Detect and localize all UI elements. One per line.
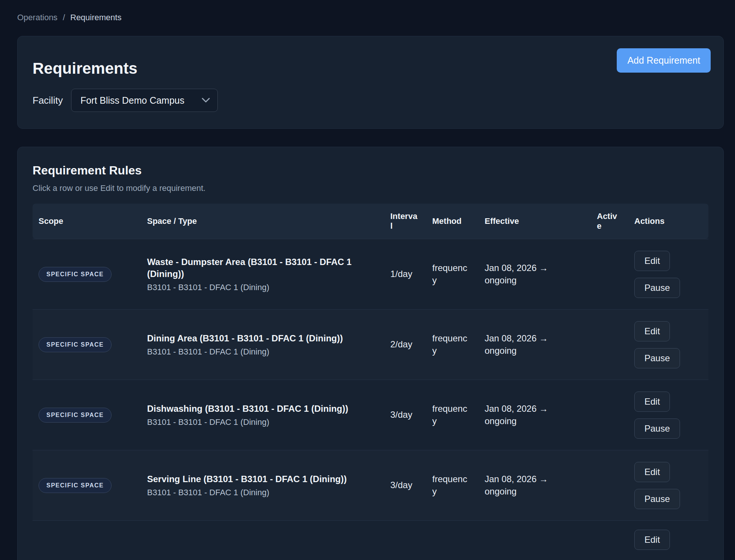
space-subtitle: B3101 - B3101 - DFAC 1 (Dining) xyxy=(147,417,377,427)
space-title: Serving Line (B3101 - B3101 - DFAC 1 (Di… xyxy=(147,473,377,485)
facility-row: Facility Fort Bliss Demo Campus xyxy=(33,89,708,112)
scope-cell: SPECIFIC SPACE xyxy=(33,337,141,352)
actions-cell: Edit Pause xyxy=(628,392,708,439)
scope-cell: SPECIFIC SPACE xyxy=(33,478,141,493)
header-actions: Actions xyxy=(628,216,708,226)
scope-badge: SPECIFIC SPACE xyxy=(39,478,112,493)
header-method: Method xyxy=(426,216,479,226)
space-type-cell: Dishwashing (B3101 - B3101 - DFAC 1 (Din… xyxy=(141,403,384,427)
actions-cell: Edit Pause xyxy=(628,462,708,509)
breadcrumb-operations[interactable]: Operations xyxy=(17,13,58,22)
table-row[interactable]: SPECIFIC SPACE Dining Area (B3101 - B310… xyxy=(33,309,708,380)
method-cell: frequency xyxy=(426,473,479,497)
effective-cell: Jan 08, 2026 → ongoing xyxy=(479,332,591,357)
effective-to: ongoing xyxy=(485,486,583,497)
edit-button[interactable]: Edit xyxy=(634,251,670,271)
interval-cell: 3/day xyxy=(384,409,426,421)
method-cell: frequency xyxy=(426,332,479,357)
method-cell: frequency xyxy=(426,403,479,427)
edit-button[interactable]: Edit xyxy=(634,392,670,412)
scope-cell: SPECIFIC SPACE xyxy=(33,267,141,282)
space-type-cell: Waste - Dumpster Area (B3101 - B3101 - D… xyxy=(141,256,384,292)
effective-from: Jan 08, 2026 → xyxy=(485,473,583,485)
space-type-cell: Serving Line (B3101 - B3101 - DFAC 1 (Di… xyxy=(141,473,384,497)
effective-from: Jan 08, 2026 → xyxy=(485,262,583,274)
effective-to: ongoing xyxy=(485,415,583,427)
edit-button[interactable]: Edit xyxy=(634,321,670,341)
breadcrumb-separator: / xyxy=(63,13,65,22)
space-subtitle: B3101 - B3101 - DFAC 1 (Dining) xyxy=(147,347,377,357)
rules-subtitle: Click a row or use Edit to modify a requ… xyxy=(33,183,708,193)
header-scope: Scope xyxy=(33,216,141,226)
effective-to: ongoing xyxy=(485,274,583,286)
chevron-down-icon xyxy=(202,98,210,103)
scope-badge: SPECIFIC SPACE xyxy=(39,267,112,282)
facility-label: Facility xyxy=(33,95,63,106)
header-active: Active xyxy=(591,211,628,231)
page-title: Requirements xyxy=(33,60,708,77)
interval-cell: 3/day xyxy=(384,479,426,491)
space-title: Dining Area (B3101 - B3101 - DFAC 1 (Din… xyxy=(147,332,377,344)
table-row[interactable]: SPECIFIC SPACE Serving Line (B3101 - B31… xyxy=(33,450,708,520)
requirements-header-card: Add Requirement Requirements Facility Fo… xyxy=(17,36,724,129)
effective-from: Jan 08, 2026 → xyxy=(485,332,583,344)
requirement-rules-card: Requirement Rules Click a row or use Edi… xyxy=(17,147,724,560)
effective-from: Jan 08, 2026 → xyxy=(485,403,583,415)
table-header-row: Scope Space / Type Interval Method Effec… xyxy=(33,204,708,239)
method-cell: frequency xyxy=(426,262,479,286)
header-effective: Effective xyxy=(479,216,591,226)
page: Operations / Requirements Add Requiremen… xyxy=(0,0,735,560)
table-row[interactable]: SPECIFIC SPACE Dishwashing (B3101 - B310… xyxy=(33,380,708,450)
interval-cell: 1/day xyxy=(384,268,426,280)
pause-button[interactable]: Pause xyxy=(634,489,680,509)
space-title: Dishwashing (B3101 - B3101 - DFAC 1 (Din… xyxy=(147,403,377,414)
scope-badge: SPECIFIC SPACE xyxy=(39,337,112,352)
facility-select[interactable]: Fort Bliss Demo Campus xyxy=(71,89,218,112)
space-subtitle: B3101 - B3101 - DFAC 1 (Dining) xyxy=(147,488,377,497)
scope-cell: SPECIFIC SPACE xyxy=(33,408,141,423)
effective-cell: Jan 08, 2026 → ongoing xyxy=(479,473,591,497)
effective-cell: Jan 08, 2026 → ongoing xyxy=(479,403,591,427)
table-row[interactable]: Edit xyxy=(33,520,708,550)
table-row[interactable]: SPECIFIC SPACE Waste - Dumpster Area (B3… xyxy=(33,239,708,309)
effective-to: ongoing xyxy=(485,345,583,357)
interval-cell: 2/day xyxy=(384,338,426,350)
header-space-type: Space / Type xyxy=(141,216,384,226)
facility-select-value: Fort Bliss Demo Campus xyxy=(80,95,184,106)
add-requirement-button[interactable]: Add Requirement xyxy=(617,48,711,73)
effective-cell: Jan 08, 2026 → ongoing xyxy=(479,262,591,286)
pause-button[interactable]: Pause xyxy=(634,348,680,368)
edit-button[interactable]: Edit xyxy=(634,530,670,550)
space-title: Waste - Dumpster Area (B3101 - B3101 - D… xyxy=(147,256,377,279)
scope-badge: SPECIFIC SPACE xyxy=(39,408,112,423)
space-subtitle: B3101 - B3101 - DFAC 1 (Dining) xyxy=(147,283,377,292)
breadcrumb: Operations / Requirements xyxy=(17,13,724,22)
header-interval: Interval xyxy=(384,211,426,231)
actions-cell: Edit xyxy=(628,521,708,550)
requirements-table: Scope Space / Type Interval Method Effec… xyxy=(33,204,708,550)
breadcrumb-requirements: Requirements xyxy=(70,13,122,22)
rules-title: Requirement Rules xyxy=(33,164,708,177)
pause-button[interactable]: Pause xyxy=(634,419,680,439)
actions-cell: Edit Pause xyxy=(628,251,708,298)
edit-button[interactable]: Edit xyxy=(634,462,670,482)
space-type-cell: Dining Area (B3101 - B3101 - DFAC 1 (Din… xyxy=(141,332,384,357)
actions-cell: Edit Pause xyxy=(628,321,708,368)
pause-button[interactable]: Pause xyxy=(634,278,680,298)
